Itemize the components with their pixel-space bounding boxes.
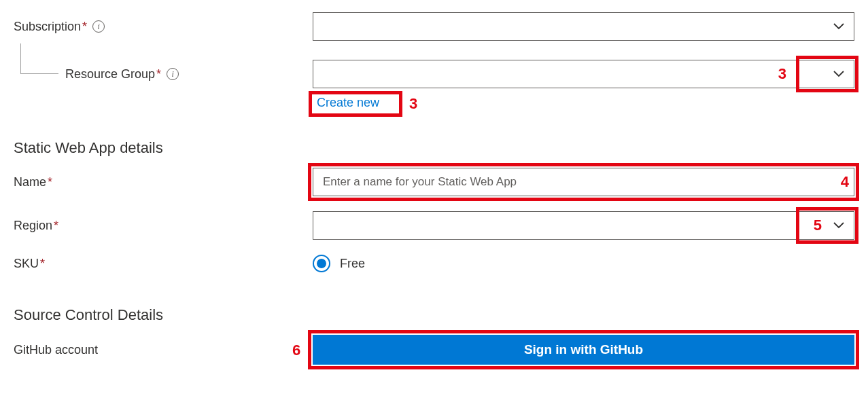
create-new-link[interactable]: Create new <box>313 94 383 112</box>
required-asterisk: * <box>82 20 87 34</box>
static-web-app-heading: Static Web App details <box>14 139 854 157</box>
callout-number-3b: 3 <box>409 95 417 113</box>
resource-group-label: Resource Group <box>65 67 155 81</box>
radio-dot <box>317 259 326 268</box>
subscription-label: Subscription <box>14 20 81 34</box>
info-icon[interactable]: i <box>92 20 105 33</box>
sku-row: SKU * Free <box>14 255 854 272</box>
region-row: Region * 5 <box>14 211 854 240</box>
required-asterisk: * <box>54 219 58 233</box>
source-control-heading: Source Control Details <box>14 306 854 324</box>
sku-free-radio[interactable] <box>313 255 330 272</box>
name-input[interactable] <box>313 168 854 196</box>
info-icon[interactable]: i <box>167 68 179 80</box>
name-label: Name <box>14 175 46 189</box>
subscription-row: Subscription * i <box>14 12 854 41</box>
create-new-row: Create new 3 <box>313 94 854 112</box>
github-account-label: GitHub account <box>14 343 98 357</box>
name-row: Name * 4 <box>14 168 854 196</box>
required-asterisk: * <box>40 257 45 271</box>
github-account-row: GitHub account Sign in with GitHub 6 <box>14 335 854 365</box>
github-signin-button[interactable]: Sign in with GitHub <box>313 335 854 365</box>
resource-group-dropdown[interactable] <box>313 60 854 88</box>
chevron-down-icon <box>833 222 844 229</box>
sku-label: SKU <box>14 257 39 271</box>
required-asterisk: * <box>156 67 161 81</box>
chevron-down-icon <box>833 23 844 30</box>
subscription-dropdown[interactable] <box>313 12 854 41</box>
required-asterisk: * <box>48 175 52 189</box>
region-label: Region <box>14 219 52 233</box>
region-dropdown[interactable] <box>313 211 854 240</box>
sku-free-label: Free <box>340 257 365 271</box>
resource-group-row: Resource Group * i 3 <box>14 60 854 88</box>
tree-connector <box>20 43 58 74</box>
chevron-down-icon <box>833 71 844 77</box>
